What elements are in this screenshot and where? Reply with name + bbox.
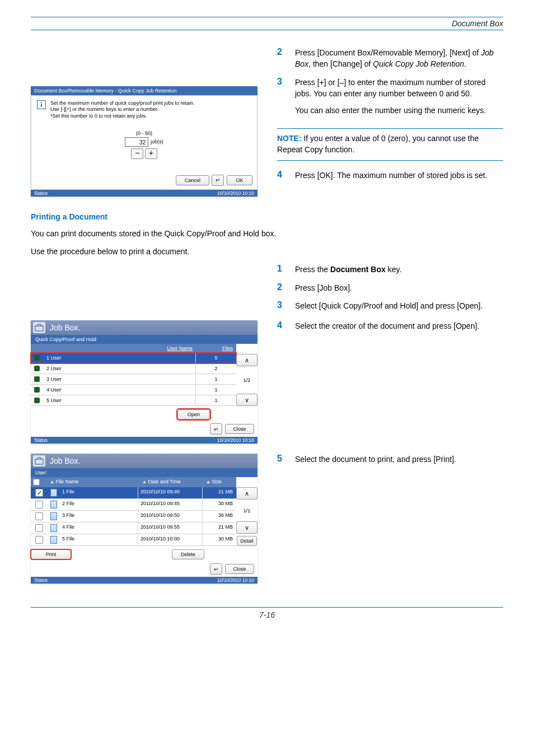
status-label[interactable]: Status — [34, 437, 48, 443]
panel-title: Document Box/Removable Memory - Quick Co… — [31, 86, 257, 95]
col-check[interactable]: ✓ — [31, 477, 48, 487]
body-text: Use the procedure below to print a docum… — [31, 246, 503, 257]
col-username[interactable]: User Name — [31, 344, 196, 353]
user-icon — [34, 376, 40, 382]
file-size: 30 MB — [202, 499, 236, 510]
checkbox[interactable]: ✓ — [35, 489, 43, 497]
scroll-down-button[interactable]: ∨ — [236, 521, 257, 534]
user-icon — [34, 398, 40, 403]
step-text: Press [Document Box/Removable Memory], [… — [295, 47, 503, 70]
panel-title: Job Box. — [50, 323, 80, 332]
scroll-up-button[interactable]: ∧ — [236, 487, 257, 500]
file-row[interactable]: ✓1 File2010/10/10 09:4021 MB — [31, 487, 236, 499]
pager: 1/1 — [236, 500, 257, 521]
detail-button[interactable]: Detail — [237, 536, 257, 546]
file-size: 21 MB — [202, 522, 236, 534]
file-row[interactable]: 4 File2010/10/10 09:5521 MB — [31, 522, 236, 534]
step-text: Select the creator of the document and p… — [295, 320, 503, 332]
file-row[interactable]: 2 File2010/10/10 09:4530 MB — [31, 499, 236, 511]
col-date[interactable]: ▲ Date and Time — [140, 477, 204, 487]
user-row[interactable]: 5 User1 — [31, 395, 236, 406]
decrement-button[interactable]: − — [131, 148, 143, 159]
file-name: 1 File — [60, 487, 138, 498]
checkbox[interactable] — [35, 512, 43, 520]
enter-icon[interactable]: ↵ — [210, 423, 222, 435]
col-files[interactable]: Files — [196, 344, 236, 353]
jobbox-icon — [33, 455, 45, 466]
step-number: 2 — [277, 47, 285, 70]
file-date: 2010/10/10 09:50 — [138, 511, 202, 522]
scroll-down-button[interactable]: ∨ — [236, 394, 257, 406]
document-icon — [50, 489, 57, 497]
user-name: 4 User — [43, 385, 195, 395]
enter-icon[interactable]: ↵ — [210, 563, 222, 575]
file-name: 2 File — [60, 499, 138, 510]
enter-icon[interactable]: ↵ — [212, 175, 224, 186]
file-row[interactable]: 3 File2010/10/10 09:5036 MB — [31, 511, 236, 522]
user-name: 5 User — [43, 395, 195, 405]
section-heading: Printing a Document — [31, 212, 503, 221]
step-number: 1 — [277, 264, 285, 275]
ok-button[interactable]: OK — [227, 175, 252, 185]
checkbox[interactable] — [35, 501, 43, 508]
user-row[interactable]: 3 User1 — [31, 374, 236, 385]
delete-button[interactable]: Delete — [172, 549, 204, 559]
step-text: Select [Quick Copy/Proof and Hold] and p… — [295, 300, 503, 311]
user-row[interactable]: 2 User2 — [31, 363, 236, 374]
user-row[interactable]: 4 User1 — [31, 385, 236, 395]
user-name: 1 User — [43, 353, 195, 363]
body-text: You can print documents stored in the Qu… — [31, 228, 503, 239]
file-size: 30 MB — [202, 534, 236, 545]
svg-rect-1 — [35, 459, 43, 464]
note-label: NOTE: — [277, 134, 302, 143]
file-size: 36 MB — [202, 511, 236, 522]
file-date: 2010/10/10 09:55 — [138, 522, 202, 534]
status-label[interactable]: Status — [34, 577, 48, 583]
scroll-up-button[interactable]: ∧ — [236, 354, 257, 366]
user-icon — [34, 387, 40, 393]
close-button[interactable]: Close — [225, 564, 254, 574]
user-name: 3 User — [43, 374, 195, 384]
file-size: 21 MB — [202, 487, 236, 498]
step-number: 2 — [277, 282, 285, 293]
col-size[interactable]: ▲ Size — [204, 477, 236, 487]
status-label[interactable]: Status — [34, 190, 48, 196]
user-row[interactable]: 1 User5 — [31, 353, 236, 363]
jobs-unit: job(s) — [151, 139, 163, 144]
status-timestamp: 10/10/2010 10:10 — [217, 577, 254, 583]
note-block: NOTE: If you enter a value of 0 (zero), … — [277, 128, 503, 160]
close-button[interactable]: Close — [225, 424, 254, 434]
panel-jobbox-users: Job Box. Quick Copy/Proof and Hold User … — [31, 320, 257, 444]
step-text: Select the document to print, and press … — [295, 454, 503, 465]
user-icon — [34, 355, 40, 361]
user-filecount: 1 — [195, 395, 236, 405]
step-number: 3 — [277, 300, 285, 311]
file-row[interactable]: 5 File2010/10/10 10:0030 MB — [31, 534, 236, 546]
step-text: Press [OK]. The maximum number of stored… — [295, 170, 503, 181]
step-number: 3 — [277, 77, 285, 122]
checkbox[interactable] — [35, 524, 43, 532]
cancel-button[interactable]: Cancel — [176, 175, 209, 185]
pager: 1/2 — [236, 366, 257, 394]
increment-button[interactable]: + — [145, 148, 157, 159]
file-date: 2010/10/10 09:45 — [138, 499, 202, 510]
panel-retention: Document Box/Removable Memory - Quick Co… — [31, 86, 257, 197]
range-label: (0 - 50) — [31, 130, 257, 136]
col-filename[interactable]: ▲ File Name — [48, 477, 140, 487]
checkbox[interactable] — [35, 536, 43, 544]
file-date: 2010/10/10 09:40 — [138, 487, 202, 498]
file-name: 4 File — [60, 522, 138, 534]
panel-title: Job Box. — [50, 456, 80, 465]
step-number: 5 — [277, 454, 285, 465]
document-icon — [50, 501, 57, 508]
file-date: 2010/10/10 10:00 — [138, 534, 202, 545]
file-name: 3 File — [60, 511, 138, 522]
page-header: Document Box — [31, 17, 503, 30]
open-button[interactable]: Open — [177, 409, 210, 419]
print-button[interactable]: Print — [31, 549, 71, 559]
info-icon: i — [37, 100, 46, 109]
step-text: Press [Job Box]. — [295, 282, 503, 293]
jobbox-icon — [33, 322, 45, 333]
user-name: 2 User — [43, 363, 195, 374]
jobs-value[interactable]: 32 — [125, 137, 148, 147]
